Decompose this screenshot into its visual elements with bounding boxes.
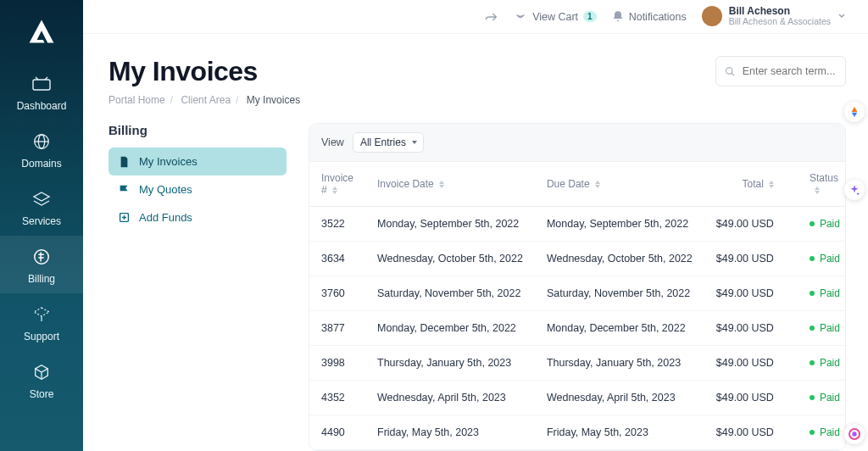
floating-widget-3[interactable]	[844, 424, 865, 444]
nav-label: Domains	[21, 158, 61, 170]
svg-point-4	[726, 67, 732, 73]
status-dot-icon	[810, 256, 815, 261]
cell-invoice-id: 4490	[309, 415, 365, 450]
notifications-link[interactable]: Notifications	[612, 10, 687, 24]
layers-icon	[30, 188, 53, 210]
breadcrumbs: Portal Home/ Client Area/ My Invoices	[83, 92, 868, 123]
cell-invoice-id: 3998	[309, 346, 365, 381]
cell-due-date: Monday, September 5th, 2022	[535, 207, 704, 242]
nav-label: Dashboard	[17, 100, 67, 112]
col-due-date[interactable]: Due Date	[535, 162, 704, 207]
cell-invoice-date: Monday, December 5th, 2022	[365, 311, 535, 346]
chevron-down-icon	[837, 12, 846, 20]
status-dot-icon	[810, 360, 815, 365]
cell-invoice-date: Saturday, November 5th, 2022	[365, 276, 535, 311]
cell-due-date: Friday, May 5th, 2023	[535, 415, 704, 450]
cell-invoice-date: Wednesday, October 5th, 2022	[365, 242, 535, 276]
table-row[interactable]: 3998Thursday, January 5th, 2023Thursday,…	[309, 346, 846, 381]
status-dot-icon	[810, 430, 815, 435]
cell-status: Paid	[798, 276, 846, 311]
bell-icon	[612, 10, 624, 24]
nav-item-services[interactable]: Services	[0, 178, 83, 236]
billing-item-add-funds[interactable]: Add Funds	[108, 203, 287, 231]
crumb-client-area[interactable]: Client Area	[181, 94, 231, 106]
user-menu[interactable]: Bill Acheson Bill Acheson & Associates	[702, 6, 846, 27]
billing-icon	[30, 246, 53, 268]
panel-toolbar: View All Entries	[309, 124, 845, 162]
cell-invoice-date: Thursday, January 5th, 2023	[365, 346, 535, 381]
cell-total: $49.00 USD	[704, 311, 798, 346]
status-dot-icon	[810, 395, 815, 400]
nav-label: Store	[30, 388, 54, 400]
svg-point-7	[852, 432, 856, 436]
plus-square-icon	[119, 212, 131, 223]
support-icon	[30, 303, 53, 326]
col-invoice[interactable]: Invoice #	[309, 162, 365, 207]
document-icon	[119, 156, 131, 168]
crumb-current: My Invoices	[247, 94, 300, 106]
billing-item-label: Add Funds	[139, 211, 192, 224]
nav-item-support[interactable]: Support	[0, 293, 83, 351]
cube-icon	[30, 361, 53, 383]
table-row[interactable]: 3522Monday, September 5th, 2022Monday, S…	[309, 207, 846, 242]
sort-icon	[595, 181, 600, 188]
page-title: My Invoices	[108, 56, 258, 87]
cell-due-date: Saturday, November 5th, 2022	[535, 276, 704, 311]
cell-total: $49.00 USD	[704, 415, 798, 450]
cell-total: $49.00 USD	[704, 242, 798, 276]
table-row[interactable]: 3634Wednesday, October 5th, 2022Wednesda…	[309, 242, 846, 276]
view-cart-label: View Cart	[532, 11, 578, 23]
primary-nav: Dashboard Domains Services Billing Suppo…	[0, 63, 83, 409]
svg-rect-0	[33, 80, 50, 90]
cell-invoice-id: 3522	[309, 207, 365, 242]
billing-item-label: My Invoices	[139, 155, 198, 168]
cell-invoice-id: 3634	[309, 242, 365, 276]
status-dot-icon	[810, 326, 815, 331]
floating-widget-1[interactable]	[844, 102, 865, 122]
main-area: View Cart 1 Notifications Bill Acheson B…	[83, 0, 868, 451]
logo-icon	[26, 17, 57, 47]
floating-widget-2[interactable]	[844, 180, 865, 200]
cell-total: $49.00 USD	[704, 346, 798, 381]
invoice-table: Invoice # Invoice Date Due Date Total St…	[309, 162, 846, 450]
table-row[interactable]: 3760Saturday, November 5th, 2022Saturday…	[309, 276, 846, 311]
billing-item-label: My Quotes	[139, 183, 192, 196]
status-dot-icon	[810, 291, 815, 296]
cell-total: $49.00 USD	[704, 207, 798, 242]
share-icon[interactable]	[485, 11, 498, 23]
cart-icon	[514, 11, 527, 23]
cell-status: Paid	[798, 415, 846, 450]
cart-count-badge: 1	[583, 11, 597, 22]
crumb-portal-home[interactable]: Portal Home	[108, 94, 165, 106]
nav-label: Services	[22, 215, 61, 227]
nav-item-store[interactable]: Store	[0, 351, 83, 409]
search-input[interactable]	[743, 65, 837, 77]
col-total[interactable]: Total	[704, 162, 798, 207]
cell-invoice-date: Friday, May 5th, 2023	[365, 415, 535, 450]
billing-item-my-quotes[interactable]: My Quotes	[108, 175, 287, 203]
cell-invoice-id: 4352	[309, 381, 365, 415]
cell-status: Paid	[798, 311, 846, 346]
col-invoice-date[interactable]: Invoice Date	[365, 162, 535, 207]
table-row[interactable]: 4352Wednesday, April 5th, 2023Wednesday,…	[309, 381, 846, 415]
table-row[interactable]: 4490Friday, May 5th, 2023Friday, May 5th…	[309, 415, 846, 450]
nav-item-dashboard[interactable]: Dashboard	[0, 63, 83, 120]
status-dot-icon	[810, 221, 815, 226]
cell-status: Paid	[798, 346, 846, 381]
col-status[interactable]: Status	[798, 162, 846, 207]
billing-heading: Billing	[108, 123, 287, 137]
nav-item-billing[interactable]: Billing	[0, 236, 83, 293]
sort-icon	[769, 181, 774, 188]
view-select[interactable]: All Entries	[353, 132, 424, 153]
sort-icon	[439, 181, 444, 188]
cell-due-date: Monday, December 5th, 2022	[535, 311, 704, 346]
nav-item-domains[interactable]: Domains	[0, 120, 83, 178]
search-icon	[725, 65, 736, 78]
search-box[interactable]	[715, 56, 846, 86]
page-header: My Invoices	[83, 34, 868, 92]
table-row[interactable]: 3877Monday, December 5th, 2022Monday, De…	[309, 311, 846, 346]
view-cart-link[interactable]: View Cart 1	[514, 11, 597, 23]
sort-icon	[815, 187, 820, 194]
billing-item-my-invoices[interactable]: My Invoices	[108, 148, 287, 175]
flag-icon	[119, 184, 131, 195]
